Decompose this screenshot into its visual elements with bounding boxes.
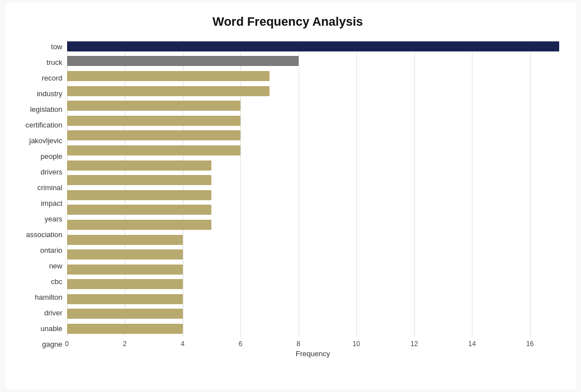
bar xyxy=(67,205,212,215)
y-label: new xyxy=(49,259,63,273)
y-label: unable xyxy=(40,322,62,336)
bar xyxy=(67,175,212,185)
bar-row xyxy=(67,100,559,112)
bar-row xyxy=(67,293,559,305)
bar-row xyxy=(67,129,559,141)
y-label: cbc xyxy=(51,275,62,289)
y-label: years xyxy=(45,212,63,226)
bar-row xyxy=(67,278,559,290)
bar-row xyxy=(67,174,559,186)
y-label: gagne xyxy=(42,337,62,352)
bar xyxy=(67,101,241,111)
bar xyxy=(67,160,212,171)
bar-row xyxy=(67,144,559,157)
bar-row xyxy=(67,115,559,127)
bar-row xyxy=(67,189,559,201)
bar xyxy=(67,86,270,96)
y-label: drivers xyxy=(40,165,62,180)
bar-row xyxy=(67,308,559,320)
bar xyxy=(67,145,241,155)
bars-area xyxy=(67,39,559,352)
y-axis: towtruckrecordindustrylegislationcertifi… xyxy=(17,39,67,352)
bar-row xyxy=(67,323,559,335)
bar xyxy=(67,56,299,66)
y-label: jakovljevic xyxy=(29,134,62,148)
bar xyxy=(67,116,241,126)
bar xyxy=(67,71,270,81)
bar xyxy=(67,130,241,140)
bar xyxy=(67,235,183,245)
y-label: association xyxy=(26,228,62,242)
bar-row xyxy=(67,248,559,261)
bar xyxy=(67,265,183,275)
bar-row xyxy=(67,40,559,53)
y-label: certification xyxy=(26,118,63,133)
bar xyxy=(67,324,183,334)
y-label: driver xyxy=(44,306,63,320)
bar-row xyxy=(67,234,559,246)
y-label: truck xyxy=(46,55,62,70)
y-label: record xyxy=(42,71,63,86)
bar xyxy=(67,41,559,51)
bar xyxy=(67,279,183,289)
bar xyxy=(67,294,183,304)
bar xyxy=(67,309,183,319)
bar xyxy=(67,220,212,230)
bar-row xyxy=(67,70,559,82)
y-label: people xyxy=(40,149,62,164)
bar xyxy=(67,190,212,200)
y-label: legislation xyxy=(30,102,63,117)
bar xyxy=(67,249,183,259)
y-label: tow xyxy=(51,40,62,54)
bar-row xyxy=(67,263,559,276)
y-label: hamilton xyxy=(35,290,62,305)
bar-row xyxy=(67,204,559,216)
bar-row xyxy=(67,219,559,231)
y-label: ontario xyxy=(40,243,63,258)
chart-area: towtruckrecordindustrylegislationcertifi… xyxy=(17,39,559,352)
bar-row xyxy=(67,159,559,172)
y-label: industry xyxy=(37,87,63,101)
chart-container: Word Frequency Analysis towtruckrecordin… xyxy=(6,3,576,389)
y-label: impact xyxy=(41,196,62,211)
bar-row xyxy=(67,55,559,67)
bars-and-grid: Frequency 0246810121416 xyxy=(67,39,559,352)
chart-title: Word Frequency Analysis xyxy=(17,15,559,29)
bar-row xyxy=(67,85,559,97)
y-label: criminal xyxy=(37,181,63,195)
